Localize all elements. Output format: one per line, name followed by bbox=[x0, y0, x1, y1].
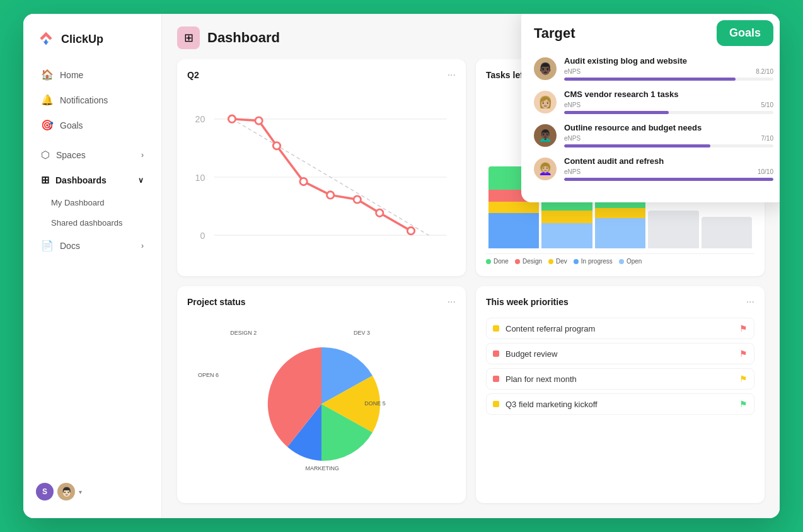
home-icon: 🏠 bbox=[41, 69, 54, 81]
sidebar-item-shared-dashboards[interactable]: Shared dashboards bbox=[28, 213, 156, 233]
priority-label-2: Plan for next month bbox=[505, 374, 577, 384]
bar-dev-1 bbox=[488, 202, 539, 214]
sidebar-item-dashboards-label: Dashboards bbox=[55, 175, 107, 185]
enps-score-0: 8.2/10 bbox=[756, 68, 773, 75]
priority-label-3: Q3 field marketing kickoff bbox=[505, 400, 598, 409]
target-avatar-1: 👩🏼 bbox=[534, 91, 557, 113]
svg-point-12 bbox=[300, 178, 307, 185]
priority-flag-1: ⚑ bbox=[739, 349, 748, 359]
legend-open-label: Open bbox=[627, 258, 642, 265]
target-name-1: CMS vendor research 1 tasks bbox=[564, 90, 773, 99]
progress-fill-0 bbox=[564, 78, 736, 81]
user-avatar-photo: 👨🏻 bbox=[57, 483, 75, 500]
q2-chart-area: 20 10 0 bbox=[187, 88, 456, 266]
target-info-1: CMS vendor research 1 tasks eNPS 5/10 bbox=[564, 90, 773, 114]
project-status-menu-icon[interactable]: ··· bbox=[448, 296, 456, 308]
svg-point-10 bbox=[255, 117, 262, 124]
enps-label-1: eNPS bbox=[564, 101, 581, 108]
priority-item-1: Budget review ⚑ bbox=[486, 343, 754, 364]
q2-card-header: Q2 ··· bbox=[187, 69, 456, 81]
svg-point-14 bbox=[354, 196, 361, 203]
legend-done-label: Done bbox=[494, 258, 509, 265]
bar-group-5 bbox=[702, 217, 752, 248]
legend-inprogress: In progress bbox=[574, 258, 613, 265]
bar-inprogress-1 bbox=[488, 213, 539, 248]
sidebar-item-docs-label: Docs bbox=[60, 241, 80, 251]
target-info-0: Audit existing blog and website eNPS 8.2… bbox=[564, 56, 773, 81]
user-section[interactable]: S 👨🏻 ▾ bbox=[23, 475, 161, 508]
priority-flag-3: ⚑ bbox=[739, 399, 748, 409]
sidebar: ClickUp 🏠 Home 🔔 Notifications 🎯 Goals ⬡… bbox=[23, 14, 162, 518]
q2-menu-icon[interactable]: ··· bbox=[448, 69, 456, 81]
progress-bar-3 bbox=[564, 178, 773, 181]
docs-chevron-icon: › bbox=[141, 241, 144, 250]
legend-dev-label: Dev bbox=[556, 258, 567, 265]
spaces-chevron-icon: › bbox=[141, 151, 144, 159]
priorities-list: Content referral program ⚑ Budget review… bbox=[486, 318, 754, 415]
bar-group-4 bbox=[648, 211, 698, 248]
bell-icon: 🔔 bbox=[41, 94, 54, 106]
clickup-logo-icon bbox=[36, 29, 56, 49]
target-avatar-0: 👨🏿 bbox=[534, 57, 557, 80]
priorities-title: This week priorities bbox=[486, 297, 569, 307]
progress-fill-2 bbox=[564, 144, 710, 147]
dashboard-header-icon: ⊞ bbox=[177, 26, 200, 49]
legend-design-dot bbox=[515, 259, 520, 264]
sidebar-item-home[interactable]: 🏠 Home bbox=[28, 62, 156, 87]
dashboards-chevron-icon: ∨ bbox=[138, 176, 144, 185]
legend-open: Open bbox=[619, 258, 642, 265]
sidebar-item-my-dashboard[interactable]: My Dashboard bbox=[28, 193, 156, 212]
svg-text:20: 20 bbox=[195, 114, 205, 124]
target-meta-0: eNPS 8.2/10 bbox=[564, 68, 773, 75]
priority-dot-0 bbox=[493, 325, 499, 332]
priorities-menu-icon[interactable]: ··· bbox=[746, 296, 754, 308]
target-avatar-2: 👨🏿‍🦱 bbox=[534, 124, 557, 147]
bar-open-2 bbox=[541, 223, 592, 248]
bar-dev-3 bbox=[595, 208, 645, 218]
target-meta-2: eNPS 7/10 bbox=[564, 135, 773, 142]
svg-point-15 bbox=[376, 209, 383, 216]
target-item-0: 👨🏿 Audit existing blog and website eNPS … bbox=[534, 56, 773, 81]
target-item-2: 👨🏿‍🦱 Outline resource and budget needs e… bbox=[534, 123, 773, 147]
sidebar-spaces-section: ⬡ Spaces › ⊞ Dashboards ∨ My Dashboard S… bbox=[23, 142, 161, 258]
target-meta-1: eNPS 5/10 bbox=[564, 101, 773, 108]
legend-open-dot bbox=[619, 259, 624, 264]
pie-label-design: DESIGN 2 bbox=[230, 330, 257, 336]
bar-open-3 bbox=[595, 218, 645, 248]
legend-dev-dot bbox=[548, 259, 553, 264]
enps-label-2: eNPS bbox=[564, 135, 581, 142]
target-item-1: 👩🏼 CMS vendor research 1 tasks eNPS 5/10 bbox=[534, 90, 773, 114]
pie-label-open: OPEN 6 bbox=[198, 372, 219, 378]
priority-item-2: Plan for next month ⚑ bbox=[486, 368, 754, 390]
goals-badge[interactable]: Goals bbox=[717, 20, 773, 46]
legend-done-dot bbox=[486, 259, 491, 264]
svg-point-9 bbox=[228, 115, 235, 122]
sidebar-item-goals[interactable]: 🎯 Goals bbox=[28, 113, 156, 137]
tasks-left-title: Tasks left bbox=[486, 70, 526, 80]
sidebar-item-dashboards[interactable]: ⊞ Dashboards ∨ bbox=[28, 168, 156, 192]
enps-score-3: 10/10 bbox=[758, 168, 773, 175]
logo[interactable]: ClickUp bbox=[23, 24, 161, 62]
pie-label-done: DONE 5 bbox=[364, 400, 386, 407]
project-status-title: Project status bbox=[187, 297, 246, 307]
goals-icon: 🎯 bbox=[41, 119, 54, 131]
user-avatar-s: S bbox=[36, 483, 54, 500]
target-name-3: Content audit and refresh bbox=[564, 156, 773, 166]
priority-flag-0: ⚑ bbox=[739, 323, 748, 333]
pie-label-dev: DEV 3 bbox=[354, 330, 370, 336]
sidebar-item-notifications[interactable]: 🔔 Notifications bbox=[28, 88, 156, 112]
legend-dev: Dev bbox=[548, 258, 567, 265]
svg-point-16 bbox=[407, 228, 414, 234]
target-name-2: Outline resource and budget needs bbox=[564, 123, 773, 132]
target-card-header: Target Goals bbox=[534, 20, 773, 46]
legend-inprogress-label: In progress bbox=[581, 258, 613, 265]
sidebar-item-spaces[interactable]: ⬡ Spaces › bbox=[28, 142, 156, 167]
legend-design: Design bbox=[515, 258, 542, 265]
enps-score-2: 7/10 bbox=[761, 135, 773, 142]
sidebar-item-docs[interactable]: 📄 Docs › bbox=[28, 233, 156, 258]
sidebar-item-home-label: Home bbox=[60, 70, 83, 80]
enps-label-3: eNPS bbox=[564, 168, 581, 175]
priority-item-3: Q3 field marketing kickoff ⚑ bbox=[486, 393, 754, 415]
svg-point-11 bbox=[273, 142, 280, 149]
svg-text:10: 10 bbox=[195, 173, 205, 183]
